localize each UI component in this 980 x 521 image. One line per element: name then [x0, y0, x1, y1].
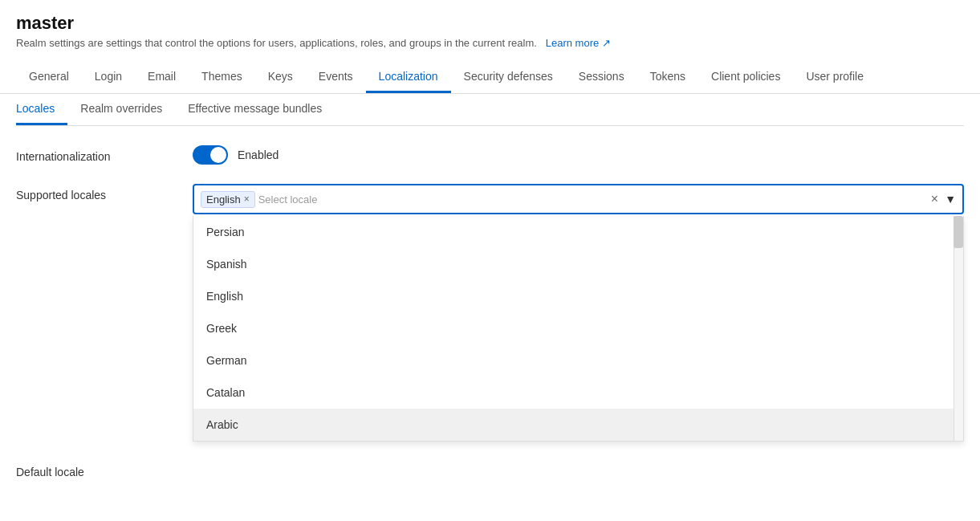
locale-select-container[interactable]: English × Select locale × ▼ — [193, 184, 964, 214]
sub-tab-locales[interactable]: Locales — [16, 94, 67, 125]
dropdown-item-catalan[interactable]: Catalan — [193, 377, 963, 409]
main-tab-events[interactable]: Events — [306, 62, 366, 93]
dropdown-item-arabic[interactable]: Arabic — [193, 409, 963, 441]
learn-more-link[interactable]: Learn more ↗ — [546, 37, 611, 49]
sub-tab-effective-message-bundles[interactable]: Effective message bundles — [175, 94, 335, 125]
main-tab-user-profile[interactable]: User profile — [793, 62, 876, 93]
main-tab-login[interactable]: Login — [82, 62, 135, 93]
page-title: master — [16, 13, 964, 34]
dropdown-item-english[interactable]: English — [193, 280, 963, 312]
toggle-row: Enabled — [193, 145, 964, 165]
default-locale-label: Default locale — [16, 461, 193, 478]
locale-placeholder: Select locale — [258, 193, 928, 206]
locale-tag-english: English × — [201, 191, 255, 208]
main-tab-sessions[interactable]: Sessions — [566, 62, 637, 93]
locale-dropdown-list: PersianSpanishEnglishGreekGermanCatalanA… — [193, 216, 964, 442]
internationalization-toggle[interactable] — [193, 145, 228, 165]
sub-tabs: LocalesRealm overridesEffective message … — [16, 94, 964, 126]
dropdown-scrollbar-thumb[interactable] — [954, 216, 963, 248]
content-area: LocalesRealm overridesEffective message … — [0, 94, 980, 478]
main-tab-security-defenses[interactable]: Security defenses — [451, 62, 566, 93]
supported-locales-label: Supported locales — [16, 184, 193, 201]
dropdown-item-greek[interactable]: Greek — [193, 312, 963, 344]
locale-tag-english-label: English — [206, 193, 241, 206]
dropdown-item-german[interactable]: German — [193, 344, 963, 377]
page-description: Realm settings are settings that control… — [16, 37, 964, 49]
page-header: master Realm settings are settings that … — [0, 0, 980, 55]
locale-tag-english-remove[interactable]: × — [244, 194, 250, 204]
main-tab-email[interactable]: Email — [135, 62, 189, 93]
main-tab-general[interactable]: General — [16, 62, 82, 93]
main-tabs: GeneralLoginEmailThemesKeysEventsLocaliz… — [0, 62, 980, 94]
locale-dropdown-arrow[interactable]: ▼ — [945, 193, 956, 206]
dropdown-scrollbar-track[interactable] — [954, 216, 963, 441]
internationalization-section: Internationalization Enabled — [16, 145, 964, 165]
locale-actions: × ▼ — [931, 193, 956, 206]
dropdown-item-persian[interactable]: Persian — [193, 216, 963, 248]
locale-select-wrapper: English × Select locale × ▼ PersianSpani… — [193, 184, 964, 442]
dropdown-item-spanish[interactable]: Spanish — [193, 248, 963, 280]
sub-tab-realm-overrides[interactable]: Realm overrides — [67, 94, 175, 125]
external-link-icon: ↗ — [602, 37, 611, 49]
main-tab-client-policies[interactable]: Client policies — [698, 62, 793, 93]
default-locale-section: Default locale — [16, 461, 964, 478]
main-tab-themes[interactable]: Themes — [189, 62, 255, 93]
main-tab-tokens[interactable]: Tokens — [637, 62, 698, 93]
internationalization-control: Enabled — [193, 145, 964, 165]
internationalization-label: Internationalization — [16, 145, 193, 163]
locale-clear-button[interactable]: × — [931, 193, 938, 206]
supported-locales-section: Supported locales English × Select local… — [16, 184, 964, 442]
main-tab-localization[interactable]: Localization — [366, 62, 451, 93]
main-tab-keys[interactable]: Keys — [255, 62, 306, 93]
toggle-label: Enabled — [238, 149, 279, 161]
